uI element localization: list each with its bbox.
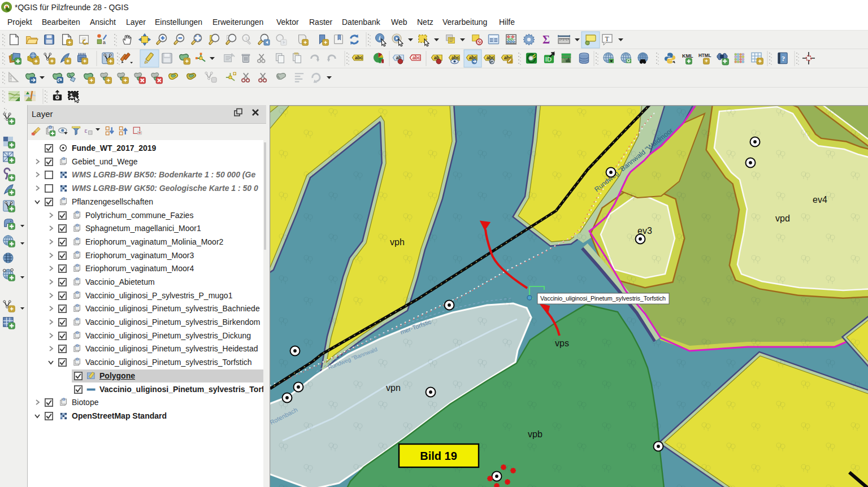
svg-text:vps: vps [555,338,569,348]
svg-text:abc: abc [413,55,420,60]
svg-text:ID: ID [545,56,552,63]
svg-text:?: ? [782,55,785,63]
svg-text:ev4: ev4 [813,195,827,205]
svg-text:vpb: vpb [528,429,542,439]
svg-text:vph: vph [390,237,405,247]
svg-text:T: T [605,35,610,43]
svg-text:Bild 19: Bild 19 [420,450,457,462]
svg-text:abc: abc [355,55,363,60]
svg-text:1:1: 1:1 [245,37,250,40]
svg-text:vpn: vpn [386,383,401,393]
svg-text:ε: ε [84,127,87,134]
svg-text:vpd: vpd [775,214,790,223]
svg-text:Vaccinio_uliginosi_Pinetum_syl: Vaccinio_uliginosi_Pinetum_sylvestris_To… [540,295,666,302]
svg-text:Σ: Σ [542,33,550,46]
svg-text:HTML: HTML [698,53,711,58]
